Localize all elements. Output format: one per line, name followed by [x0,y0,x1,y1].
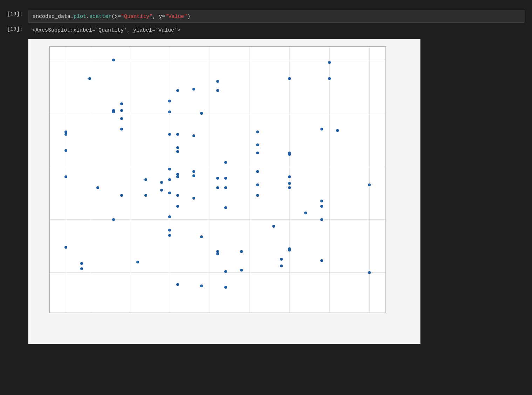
scatter-dot [136,261,139,263]
scatter-dot [112,59,115,61]
scatter-dot [192,174,195,177]
scatter-dot [120,102,123,105]
cell-input: [19]: encoded_data.plot.scatter(x="Quant… [7,11,525,23]
y-tick-label: 600 [49,164,50,169]
scatter-dot [112,218,115,221]
scatter-dot [288,153,291,156]
scatter-dot [320,218,323,221]
scatter-dot [328,61,331,64]
scatter-dot [176,146,179,149]
scatter-dot [200,112,203,115]
scatter-dot [256,194,259,197]
plot-container: Value Quantity 200400600800100012.55.07.… [7,39,525,344]
scatter-dot [144,194,147,197]
scatter-dot [216,186,219,189]
scatter-dot [168,111,171,113]
scatter-dot [192,197,195,200]
scatter-dot [320,200,323,202]
y-tick-label: 400 [49,217,50,222]
scatter-dot [88,77,91,80]
scatter-dot [368,183,371,186]
scatter-dot [120,194,123,197]
scatter-dot [200,284,203,287]
scatter-dot [64,133,67,136]
scatter-dot [256,183,259,186]
scatter-dot [224,177,227,180]
scatter-dot [328,77,331,80]
scatter-dot [216,177,219,180]
scatter-dot [80,262,83,265]
plot-area: Value Quantity 200400600800100012.55.07.… [28,39,421,344]
scatter-dot [168,192,171,194]
scatter-dot [120,128,123,130]
scatter-dot [160,189,163,192]
scatter-dot [168,229,171,232]
scatter-dot [224,206,227,209]
code-scatter-method: scatter [89,14,111,20]
scatter-dot [192,88,195,91]
scatter-dot [192,170,195,173]
axes-subplot-text: <AxesSubplot:xlabel='Quantity', ylabel='… [32,27,180,33]
scatter-dot [256,152,259,154]
scatter-dot [64,246,67,249]
scatter-dot [112,111,115,113]
scatter-dot [256,143,259,146]
scatter-dot [64,149,67,152]
cell-code-block: encoded_data.plot.scatter(x="Quantity", … [28,11,525,23]
scatter-dot [256,170,259,173]
notebook-cell: [19]: encoded_data.plot.scatter(x="Quant… [0,7,532,348]
scatter-dot [200,235,203,238]
scatter-dot [224,286,227,289]
code-paren-open: (x= [111,14,121,20]
chart-inner: Value Quantity 200400600800100012.55.07.… [49,46,386,313]
scatter-dot [224,186,227,189]
scatter-dot [168,215,171,218]
cell-out-number: [19]: [7,26,28,32]
scatter-dot [288,186,291,189]
scatter-dot [216,80,219,83]
scatter-dot [240,269,243,272]
code-dot2: . [86,14,89,20]
scatter-dot [240,250,243,253]
code-var: encoded_data [33,14,70,20]
y-tick-label: 200 [49,270,50,275]
scatter-dot [216,89,219,92]
code-plot-attr: plot [74,14,86,20]
scatter-dot [216,253,219,255]
scatter-dot [224,270,227,273]
code-dot1: . [70,14,74,20]
scatter-dot [288,77,291,80]
scatter-dot [288,182,291,185]
scatter-dot [192,134,195,137]
scatter-dot [176,194,179,197]
scatter-dot [64,175,67,178]
code-paren-close: ) [187,14,190,20]
scatter-dot [176,150,179,153]
scatter-dot [320,205,323,208]
y-tick-label: 1000 [49,58,50,62]
scatter-dot [168,168,171,170]
scatter-dot [320,128,323,130]
scatter-dot [120,109,123,112]
code-x-string: "Quantity" [121,14,152,20]
scatter-dot [144,178,147,181]
scatter-dot [288,249,291,252]
scatter-dot [176,175,179,178]
scatter-dot [168,178,171,181]
y-tick-label: 800 [49,111,50,116]
scatter-dot [96,186,99,189]
scatter-dot [224,161,227,164]
scatter-dot [160,181,163,184]
code-comma: , y= [152,14,165,20]
scatter-dot [272,225,275,228]
output-content: <AxesSubplot:xlabel='Quantity', ylabel='… [28,26,525,35]
cell-output-text: [19]: <AxesSubplot:xlabel='Quantity', yl… [7,26,525,35]
scatter-dot [176,133,179,136]
scatter-dot [320,259,323,262]
scatter-dot [280,258,283,261]
scatter-dot [368,271,371,274]
scatter-dot [288,175,291,178]
scatter-dot [120,117,123,120]
scatter-dot [304,212,307,214]
scatter-dot [168,133,171,136]
